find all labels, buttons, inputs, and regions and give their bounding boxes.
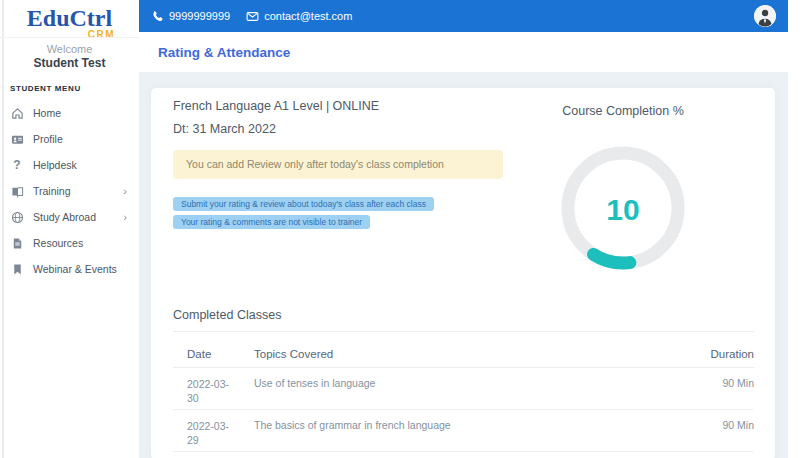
card-divider xyxy=(173,331,754,332)
completed-classes-table: Date Topics Covered Duration 2022-03-30 … xyxy=(173,340,754,452)
cell-duration: 90 Min xyxy=(684,377,754,389)
content-area: French Language A1 Level | ONLINE Dt: 31… xyxy=(139,73,788,458)
visibility-info-badge: Your rating & comments are not visible t… xyxy=(173,215,370,229)
topbar-email-address: contact@test.com xyxy=(264,10,352,22)
cell-duration: 90 Min xyxy=(684,419,754,431)
rating-attendance-card: French Language A1 Level | ONLINE Dt: 31… xyxy=(151,88,775,458)
course-date: Dt: 31 March 2022 xyxy=(173,122,276,136)
profile-icon xyxy=(10,132,24,146)
course-completion-widget: Course Completion % 10 xyxy=(503,104,743,277)
globe-icon xyxy=(10,210,24,224)
sidebar-item-label: Profile xyxy=(33,133,63,145)
cell-topic: Use of tenses in language xyxy=(239,377,684,389)
topbar-email: contact@test.com xyxy=(246,10,352,23)
column-header-date: Date xyxy=(173,347,239,361)
column-header-topics: Topics Covered xyxy=(239,348,684,360)
training-icon xyxy=(10,184,24,198)
app-window: EduCtrl CRM Welcome Student Test STUDENT… xyxy=(0,0,800,458)
sidebar-item-label: Study Abroad xyxy=(33,211,96,223)
user-name: Student Test xyxy=(0,56,139,71)
sidebar-item-label: Training xyxy=(33,185,71,197)
page-title: Rating & Attendance xyxy=(158,45,290,60)
user-avatar[interactable] xyxy=(754,5,776,27)
page-header: Rating & Attendance xyxy=(139,32,788,73)
resources-icon xyxy=(10,236,24,250)
scrollbar-gutter[interactable] xyxy=(788,0,800,458)
cell-date: 2022-03-30 xyxy=(173,377,239,405)
sidebar-item-label: Webinar & Events xyxy=(33,263,117,275)
sidebar-item-label: Home xyxy=(33,107,61,119)
sidebar-item-label: Resources xyxy=(33,237,83,249)
review-alert: You can add Review only after today's cl… xyxy=(173,150,503,179)
table-header-row: Date Topics Covered Duration xyxy=(173,340,754,368)
sidebar-item-study-abroad[interactable]: Study Abroad › xyxy=(0,204,139,230)
sidebar-item-profile[interactable]: Profile xyxy=(0,126,139,152)
cell-topic: The basics of grammar in french language xyxy=(239,419,684,431)
sidebar-item-resources[interactable]: Resources xyxy=(0,230,139,256)
webinar-icon xyxy=(10,262,24,276)
sidebar-item-helpdesk[interactable]: ? Helpdesk xyxy=(0,152,139,178)
table-row: 2022-03-30 Use of tenses in language 90 … xyxy=(173,368,754,410)
menu-section-label: STUDENT MENU xyxy=(10,84,81,93)
envelope-icon xyxy=(246,10,259,23)
sidebar-item-label: Helpdesk xyxy=(33,159,77,171)
chevron-right-icon: › xyxy=(123,212,127,223)
person-icon xyxy=(754,5,776,27)
home-icon xyxy=(10,106,24,120)
logo-text: EduCtrl xyxy=(0,5,139,31)
sidebar-divider xyxy=(0,37,139,38)
completion-title: Course Completion % xyxy=(503,104,743,118)
completed-classes-title: Completed Classes xyxy=(173,308,281,322)
sidebar: EduCtrl CRM Welcome Student Test STUDENT… xyxy=(0,0,139,458)
topbar-phone-number: 9999999999 xyxy=(169,10,230,22)
course-name: French Language A1 Level | ONLINE xyxy=(173,99,379,113)
sidebar-item-training[interactable]: Training › xyxy=(0,178,139,204)
chevron-right-icon: › xyxy=(123,186,127,197)
sidebar-menu: Home Profile ? Helpdesk Training › xyxy=(0,100,139,282)
sidebar-item-webinar-events[interactable]: Webinar & Events xyxy=(0,256,139,282)
welcome-text: Welcome xyxy=(0,42,139,56)
phone-icon xyxy=(151,10,164,23)
completion-donut-chart: 10 xyxy=(558,143,688,277)
welcome-block: Welcome Student Test xyxy=(0,42,139,71)
app-logo[interactable]: EduCtrl CRM xyxy=(0,5,139,40)
completion-percent-value: 10 xyxy=(606,193,639,226)
table-row: 2022-03-29 The basics of grammar in fren… xyxy=(173,410,754,452)
column-header-duration: Duration xyxy=(684,348,754,360)
helpdesk-icon: ? xyxy=(10,158,24,172)
topbar: 9999999999 contact@test.com xyxy=(139,0,788,32)
sidebar-item-home[interactable]: Home xyxy=(0,100,139,126)
rating-info-badge: Submit your rating & review about todoay… xyxy=(173,197,434,211)
cell-date: 2022-03-29 xyxy=(173,419,239,447)
topbar-phone: 9999999999 xyxy=(151,10,230,23)
